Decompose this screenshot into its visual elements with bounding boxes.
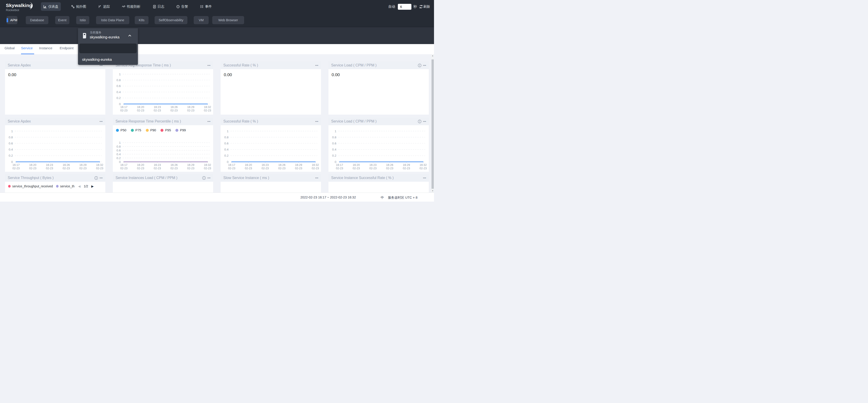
scrollbar-thumb[interactable] xyxy=(432,59,434,189)
group-tab-web-browser[interactable]: Web Browser xyxy=(212,16,244,24)
svg-text:02-23: 02-23 xyxy=(187,167,194,170)
group-tab-istio[interactable]: Istio xyxy=(76,16,89,24)
svg-text:0.4: 0.4 xyxy=(116,90,121,94)
svg-text:02-23: 02-23 xyxy=(278,167,285,170)
legend-item[interactable]: service_throughput_received xyxy=(8,184,53,188)
svg-text:16:23: 16:23 xyxy=(261,163,269,166)
nav-item-trace[interactable]: 追踪 xyxy=(96,2,112,11)
svg-text:0.2: 0.2 xyxy=(8,154,13,157)
more-menu-icon[interactable]: ••• xyxy=(99,120,103,123)
more-menu-icon[interactable]: ••• xyxy=(423,177,426,180)
nav-item-profile[interactable]: 性能剖析 xyxy=(118,2,144,11)
info-icon[interactable] xyxy=(418,63,422,67)
legend-item[interactable]: P90 xyxy=(146,128,156,132)
card-title: Service Instances Load ( CPM / PPM ) xyxy=(116,176,202,180)
card-title: Service Load ( CPM / PPM ) xyxy=(331,63,418,67)
legend-next-page-icon[interactable]: ▶ xyxy=(91,184,94,188)
nav-item-alarm[interactable]: 告警 xyxy=(174,2,191,11)
group-tab-database[interactable]: Database xyxy=(26,16,49,24)
more-menu-icon[interactable]: ••• xyxy=(315,177,318,180)
svg-text:16:29: 16:29 xyxy=(295,163,302,166)
more-menu-icon[interactable]: ••• xyxy=(207,177,211,180)
svg-text:1: 1 xyxy=(119,72,121,76)
nav-item-label: 性能剖析 xyxy=(127,4,141,9)
legend-item[interactable]: P95 xyxy=(160,128,171,132)
more-menu-icon[interactable]: ••• xyxy=(423,64,426,67)
card-header: Service Instances Load ( CPM / PPM ) ••• xyxy=(113,174,213,182)
svg-text:0: 0 xyxy=(227,160,228,164)
log-document-icon xyxy=(153,5,156,8)
trace-icon xyxy=(98,5,101,8)
refresh-icon[interactable] xyxy=(419,5,423,8)
service-option[interactable]: skywalking-eureka xyxy=(78,55,138,65)
service-search-input[interactable] xyxy=(80,44,136,53)
legend-item[interactable]: P50 xyxy=(116,128,126,132)
scroll-down-icon[interactable]: ▼ xyxy=(431,189,434,193)
more-menu-icon[interactable]: ••• xyxy=(207,64,211,67)
nav-item-label: 拓扑图 xyxy=(76,4,86,9)
more-menu-icon[interactable]: ••• xyxy=(207,120,211,123)
tab-instance[interactable]: Instance xyxy=(39,46,53,50)
more-menu-icon[interactable]: ••• xyxy=(423,120,426,123)
current-service-select[interactable]: 当前服务 skywalking-eureka xyxy=(78,28,138,43)
group-tab-vm[interactable]: VM xyxy=(194,16,209,24)
svg-text:16:32: 16:32 xyxy=(312,163,319,166)
service-load-chart: 10.80.60.40.2016:1702-2316:2002-2316:230… xyxy=(329,129,429,171)
nav-item-dashboard[interactable]: 仪表盘 xyxy=(41,2,61,11)
svg-text:0.8: 0.8 xyxy=(116,145,121,148)
svg-text:0: 0 xyxy=(11,160,13,164)
group-tab-istio-data-plane[interactable]: Istio Data Plane xyxy=(96,16,129,24)
legend-dot xyxy=(116,129,119,132)
legend-item[interactable]: service_th xyxy=(56,184,74,188)
card-slow-service-instance: Slow Service Instance ( ms ) ••• xyxy=(221,174,321,193)
service-apdex-chart: 10.80.60.40.2016:1702-2316:2002-2316:230… xyxy=(5,129,105,171)
card-title: Service Instance Successful Rate ( % ) xyxy=(331,176,423,180)
tab-global[interactable]: Global xyxy=(4,46,15,50)
vertical-scrollbar[interactable]: ▲ ▼ xyxy=(431,54,434,193)
legend-label: P75 xyxy=(135,128,141,132)
svg-text:02-23: 02-23 xyxy=(12,167,20,170)
svg-text:0.6: 0.6 xyxy=(8,142,13,145)
svg-text:02-23: 02-23 xyxy=(170,109,178,112)
group-tab-selfobservability[interactable]: SelfObservability xyxy=(155,16,187,24)
svg-text:16:26: 16:26 xyxy=(170,163,178,166)
svg-text:16:26: 16:26 xyxy=(170,105,178,109)
percentile-legend: P50P75P90P95P99 xyxy=(116,128,186,132)
group-tab-event[interactable]: Event xyxy=(55,16,69,24)
more-menu-icon[interactable]: ••• xyxy=(315,64,318,67)
info-icon[interactable] xyxy=(202,176,206,180)
svg-text:0.8: 0.8 xyxy=(224,135,228,139)
tab-endpoint[interactable]: Endpoint xyxy=(60,46,73,50)
refresh-interval-input[interactable] xyxy=(398,4,411,10)
group-tab-apm[interactable]: APM xyxy=(6,16,18,24)
metric-value: 0.00 xyxy=(8,72,105,77)
tab-service[interactable]: Service xyxy=(21,46,33,50)
svg-text:16:20: 16:20 xyxy=(29,163,36,166)
more-menu-icon[interactable]: ••• xyxy=(99,177,103,180)
nav-item-topology[interactable]: 拓扑图 xyxy=(68,2,89,11)
language-toggle[interactable]: 中 xyxy=(381,195,384,200)
legend-item[interactable]: P75 xyxy=(131,128,141,132)
legend-prev-page-icon[interactable]: ◀ xyxy=(78,184,81,188)
info-icon[interactable] xyxy=(94,176,98,180)
auto-label: 自动 xyxy=(388,4,395,9)
card-response-time-percentile: Service Response Time Percentile ( ms ) … xyxy=(113,118,213,172)
info-icon[interactable] xyxy=(418,120,422,123)
svg-text:02-23: 02-23 xyxy=(63,167,70,170)
svg-text:16:23: 16:23 xyxy=(154,105,161,109)
top-navbar: Skywalking Rocketbot 仪表盘 拓扑图 追踪 性能剖析 日志 … xyxy=(0,0,434,13)
more-menu-icon[interactable]: ••• xyxy=(315,120,318,123)
card-title: Successful Rate ( % ) xyxy=(223,119,315,123)
app-logo: Skywalking xyxy=(6,3,32,8)
profile-pulse-icon xyxy=(122,5,125,8)
card-title: Successful Rate ( % ) xyxy=(223,63,315,67)
legend-item[interactable]: P99 xyxy=(176,128,186,132)
seconds-label: 秒 xyxy=(413,4,417,9)
group-tab-k8s[interactable]: K8s xyxy=(135,16,149,24)
group-tab-label: APM xyxy=(10,18,17,22)
svg-text:0.6: 0.6 xyxy=(116,149,121,152)
refresh-label[interactable]: 刷新 xyxy=(423,4,430,9)
scroll-up-icon[interactable]: ▲ xyxy=(431,54,434,57)
nav-item-event[interactable]: 事件 xyxy=(197,2,215,11)
nav-item-log[interactable]: 日志 xyxy=(150,2,167,11)
